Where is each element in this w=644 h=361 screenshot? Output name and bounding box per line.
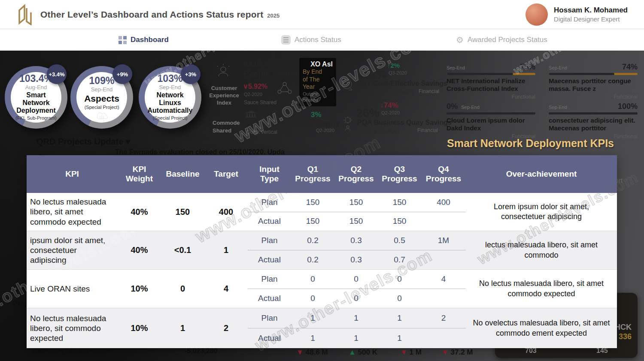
hck-number: 336 (619, 332, 632, 341)
kpi-section-title: Smart Network Deployment KPIs (447, 137, 614, 150)
plan-label: Plan (248, 308, 291, 328)
table-row: No lectus malesuada libero, sit commodo … (27, 308, 617, 348)
actual-value: 0.7 (378, 250, 421, 269)
q1-progress-cell: 00 (291, 270, 334, 308)
actual-value: 0 (291, 289, 334, 308)
column-header: KPI Weight (118, 155, 161, 193)
app-title-wrap: Other Level’s Dashboard and Actions Stat… (40, 9, 279, 20)
arrow-up-icon: ▲ (349, 348, 358, 356)
dashboard-body: 103.4% Aug-End Smart Network Deployment … (0, 51, 644, 361)
user-info: Hossam K. Mohamed Digital Designer Exper… (526, 3, 631, 26)
q4-progress-cell: 2 (421, 308, 466, 348)
actual-value: 0 (378, 289, 421, 308)
report-year: 2025 (267, 12, 279, 19)
arrow-down-icon: ↓ (380, 101, 384, 109)
people-sharing-value: 94.08% (243, 60, 270, 69)
gauge-delta-badge: +3% (181, 64, 200, 84)
gear-icon: ⚙ (456, 36, 464, 44)
arrow-down-icon: ▼ (296, 348, 306, 356)
plan-value: 0.3 (334, 231, 378, 250)
kpi-weight: 10% (118, 308, 161, 348)
xo-card-note: Shared (303, 97, 333, 103)
people-sharing-delta: ∨5.92% (243, 82, 267, 90)
tab-awarded-projects-status[interactable]: ⚙ Awarded Projects Status (456, 29, 547, 51)
qrd-projects-dropdown[interactable]: QRD Projects Update ▾ (36, 136, 130, 147)
nav-bar: Dashboard Actions Status ⚙ Awarded Proje… (0, 29, 644, 51)
company-logo-icon (15, 4, 33, 25)
progress-card-head: Sep-End100% (549, 102, 638, 111)
actual-label: Actual (248, 250, 291, 269)
dashboard-grid-icon (118, 36, 127, 44)
progress-period: Sep-End (549, 105, 567, 110)
kpi-name: No lectus malesuada libero, sit commodo … (27, 308, 118, 348)
plan-value: 0 (334, 270, 378, 289)
target-value: 4 (204, 270, 248, 308)
plan-value: 150 (291, 193, 334, 212)
gauge-subtitle: (FKL Sub-Program) (15, 115, 57, 120)
ticker-item: ▼ 48.6 M (296, 348, 328, 357)
actual-value: 1 (291, 328, 334, 348)
share-network-icon (277, 81, 292, 95)
fin-stat-delta: ↑2% (387, 62, 400, 69)
baseline-value: 150 (161, 193, 204, 231)
chevron-down-icon: ∨ (243, 83, 248, 90)
user-role: Digital Designer Expert (554, 15, 628, 23)
input-type-cell: PlanActual (248, 193, 291, 231)
progress-bar (549, 112, 638, 114)
progress-value: 75% (520, 63, 535, 72)
actual-value (421, 250, 466, 269)
column-header: Q3 Progress (378, 155, 421, 193)
tab-dashboard[interactable]: Dashboard (118, 29, 169, 51)
progress-card-head: Sep-End0% (447, 102, 535, 111)
chevron-down-icon[interactable]: ▾ (126, 137, 130, 146)
kpi-weight: 10% (118, 270, 161, 308)
target-value: 1 (204, 231, 248, 269)
over-achievement: Lorem ipsum dolor sit amet, consectetuer… (466, 193, 617, 231)
progress-card: Sep-End75%NET International Finalize Cro… (447, 63, 535, 100)
tab-actions-status[interactable]: Actions Status (281, 29, 341, 51)
fin-stat-subtitle: (BEP Initiative) (357, 127, 400, 135)
ticker-item: ▼ 1 M (400, 348, 422, 357)
actual-value: 1 (334, 328, 378, 348)
tab-label: Awarded Projects Status (468, 36, 547, 44)
actual-value: 150 (334, 212, 378, 231)
column-header: Q4 Progress (421, 155, 466, 193)
plan-value: 1M (421, 231, 466, 250)
plan-value: 1 (334, 308, 378, 328)
column-header: Over-achievement (466, 155, 617, 193)
xo-card-line: By End (303, 68, 333, 76)
kpi-name: ipsum dolor sit amet, consectetuer adipi… (27, 231, 118, 269)
fin-stat-title: PQA Business Quay Savings (357, 119, 452, 126)
top-bar: Other Level’s Dashboard and Actions Stat… (0, 0, 644, 29)
gauge-period: Sep-End (159, 84, 181, 90)
q2-progress-cell: 150150 (334, 193, 378, 231)
arrow-down-icon: ▼ (400, 348, 410, 356)
chat-badge-icon (340, 78, 354, 92)
table-row: No lectus malesuada libero, sit amet com… (27, 193, 617, 231)
actual-label: Actual (248, 328, 291, 348)
fin-stat-period: Q3-2020 (389, 70, 407, 75)
fin-stat-value: 102% (357, 68, 387, 81)
progress-value: 100% (618, 102, 638, 111)
progress-bar-fill (549, 73, 614, 75)
plan-value: 0.5 (378, 231, 421, 250)
tab-label: Dashboard (131, 36, 169, 44)
q4-progress-cell: 1M (421, 231, 466, 269)
column-header: Input Type (248, 155, 291, 193)
progress-card-head: Sep-End74% (549, 63, 638, 72)
actual-label: Actual (248, 212, 291, 231)
dashboard-page: Other Level’s Dashboard and Actions Stat… (0, 0, 644, 361)
actual-value: 0.3 (334, 250, 378, 269)
plan-value: 1 (378, 308, 421, 328)
ticker-item: ▼ 37.2 M (441, 348, 473, 357)
background-negative-value: -5,023,280 (185, 347, 218, 355)
fin-stat-title: PRT Cost-Effective Savings (357, 80, 447, 87)
input-type-cell: PlanActual (248, 308, 291, 348)
xo-card-note: Outgon (303, 91, 333, 97)
gauge-aspects: 109% Sep-End Aspects (Special Project) +… (70, 66, 133, 129)
q2-progress-cell: 00 (334, 270, 378, 308)
gauge-title: Aspects (84, 93, 119, 104)
xo-card-line: of The (303, 76, 333, 84)
page-title: Other Level’s Dashboard and Actions Stat… (40, 9, 263, 20)
fin-stat-value: 26% (356, 107, 380, 120)
